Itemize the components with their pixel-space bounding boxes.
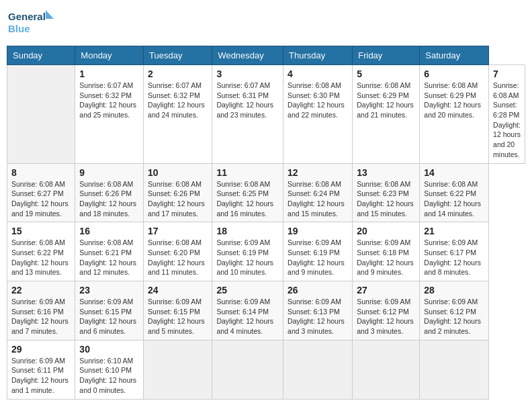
- day-info: Sunrise: 6:09 AMSunset: 6:18 PMDaylight:…: [357, 238, 414, 276]
- calendar-cell: 29 Sunrise: 6:09 AMSunset: 6:11 PMDaylig…: [7, 340, 75, 399]
- day-info: Sunrise: 6:09 AMSunset: 6:19 PMDaylight:…: [216, 238, 273, 276]
- calendar-table: SundayMondayTuesdayWednesdayThursdayFrid…: [7, 46, 525, 400]
- calendar-cell: 28 Sunrise: 6:09 AMSunset: 6:12 PMDaylig…: [420, 281, 489, 340]
- calendar-week-row: 8 Sunrise: 6:08 AMSunset: 6:27 PMDayligh…: [7, 163, 525, 222]
- day-info: Sunrise: 6:08 AMSunset: 6:21 PMDaylight:…: [79, 238, 136, 276]
- calendar-cell: 24 Sunrise: 6:09 AMSunset: 6:15 PMDaylig…: [144, 281, 212, 340]
- day-info: Sunrise: 6:08 AMSunset: 6:23 PMDaylight:…: [357, 180, 414, 218]
- calendar-week-row: 1 Sunrise: 6:07 AMSunset: 6:32 PMDayligh…: [7, 65, 525, 164]
- day-number: 22: [11, 285, 71, 295]
- day-number: 11: [216, 167, 279, 178]
- day-number: 27: [357, 285, 415, 295]
- day-number: 29: [11, 344, 71, 355]
- day-info: Sunrise: 6:08 AMSunset: 6:22 PMDaylight:…: [11, 238, 69, 276]
- day-number: 13: [357, 167, 415, 178]
- calendar-cell: 3 Sunrise: 6:07 AMSunset: 6:31 PMDayligh…: [212, 65, 283, 164]
- day-info: Sunrise: 6:10 AMSunset: 6:10 PMDaylight:…: [79, 357, 136, 394]
- weekday-header-wednesday: Wednesday: [212, 46, 283, 65]
- day-number: 16: [79, 226, 139, 236]
- day-number: 28: [424, 285, 484, 295]
- calendar-cell: 15 Sunrise: 6:08 AMSunset: 6:22 PMDaylig…: [7, 222, 75, 281]
- day-info: Sunrise: 6:08 AMSunset: 6:20 PMDaylight:…: [148, 238, 205, 276]
- calendar-cell: [420, 340, 489, 399]
- day-info: Sunrise: 6:07 AMSunset: 6:31 PMDaylight:…: [216, 81, 273, 119]
- weekday-header-friday: Friday: [353, 46, 420, 65]
- day-info: Sunrise: 6:07 AMSunset: 6:32 PMDaylight:…: [148, 81, 205, 119]
- day-info: Sunrise: 6:09 AMSunset: 6:16 PMDaylight:…: [11, 298, 69, 335]
- calendar-cell: 7 Sunrise: 6:08 AMSunset: 6:28 PMDayligh…: [489, 65, 525, 164]
- day-number: 1: [79, 68, 139, 79]
- calendar-cell: 30 Sunrise: 6:10 AMSunset: 6:10 PMDaylig…: [75, 340, 144, 399]
- calendar-cell: [144, 340, 212, 399]
- calendar-cell: 2 Sunrise: 6:07 AMSunset: 6:32 PMDayligh…: [144, 65, 212, 164]
- day-info: Sunrise: 6:08 AMSunset: 6:28 PMDaylight:…: [493, 81, 521, 158]
- day-info: Sunrise: 6:09 AMSunset: 6:12 PMDaylight:…: [357, 298, 414, 335]
- day-number: 26: [287, 285, 348, 295]
- calendar-cell: 1 Sunrise: 6:07 AMSunset: 6:32 PMDayligh…: [75, 65, 144, 164]
- calendar-cell: 9 Sunrise: 6:08 AMSunset: 6:26 PMDayligh…: [75, 163, 144, 222]
- day-info: Sunrise: 6:09 AMSunset: 6:11 PMDaylight:…: [11, 357, 69, 394]
- svg-marker-2: [46, 10, 54, 19]
- day-number: 2: [148, 68, 208, 79]
- svg-text:General: General: [8, 11, 46, 22]
- day-info: Sunrise: 6:08 AMSunset: 6:30 PMDaylight:…: [287, 81, 345, 119]
- day-info: Sunrise: 6:07 AMSunset: 6:32 PMDaylight:…: [79, 81, 136, 119]
- day-info: Sunrise: 6:08 AMSunset: 6:29 PMDaylight:…: [424, 81, 481, 119]
- calendar-header-row: SundayMondayTuesdayWednesdayThursdayFrid…: [7, 46, 525, 65]
- day-number: 23: [79, 285, 139, 295]
- weekday-header-sunday: Sunday: [7, 46, 75, 65]
- calendar-week-row: 29 Sunrise: 6:09 AMSunset: 6:11 PMDaylig…: [7, 340, 525, 399]
- day-info: Sunrise: 6:09 AMSunset: 6:13 PMDaylight:…: [287, 298, 345, 335]
- day-number: 9: [79, 167, 139, 178]
- day-info: Sunrise: 6:08 AMSunset: 6:26 PMDaylight:…: [79, 180, 136, 218]
- day-info: Sunrise: 6:09 AMSunset: 6:15 PMDaylight:…: [148, 298, 205, 335]
- day-number: 10: [148, 167, 208, 178]
- day-number: 19: [287, 226, 348, 236]
- calendar-cell: 4 Sunrise: 6:08 AMSunset: 6:30 PMDayligh…: [283, 65, 353, 164]
- weekday-header-monday: Monday: [75, 46, 144, 65]
- calendar-cell: 19 Sunrise: 6:09 AMSunset: 6:19 PMDaylig…: [283, 222, 353, 281]
- day-info: Sunrise: 6:08 AMSunset: 6:25 PMDaylight:…: [216, 180, 273, 218]
- calendar-cell: 16 Sunrise: 6:08 AMSunset: 6:21 PMDaylig…: [75, 222, 144, 281]
- day-number: 12: [287, 167, 348, 178]
- day-number: 15: [11, 226, 71, 236]
- day-number: 3: [216, 68, 279, 79]
- day-info: Sunrise: 6:09 AMSunset: 6:17 PMDaylight:…: [424, 238, 481, 276]
- calendar-cell: 6 Sunrise: 6:08 AMSunset: 6:29 PMDayligh…: [420, 65, 489, 164]
- calendar-cell: 17 Sunrise: 6:08 AMSunset: 6:20 PMDaylig…: [144, 222, 212, 281]
- weekday-header-tuesday: Tuesday: [144, 46, 212, 65]
- day-number: 7: [493, 68, 521, 79]
- day-number: 14: [424, 167, 484, 178]
- calendar-week-row: 22 Sunrise: 6:09 AMSunset: 6:16 PMDaylig…: [7, 281, 525, 340]
- calendar-week-row: 15 Sunrise: 6:08 AMSunset: 6:22 PMDaylig…: [7, 222, 525, 281]
- calendar-cell: 26 Sunrise: 6:09 AMSunset: 6:13 PMDaylig…: [283, 281, 353, 340]
- calendar-cell: 21 Sunrise: 6:09 AMSunset: 6:17 PMDaylig…: [420, 222, 489, 281]
- calendar-cell: [7, 65, 75, 164]
- day-number: 8: [11, 167, 71, 178]
- calendar-cell: 12 Sunrise: 6:08 AMSunset: 6:24 PMDaylig…: [283, 163, 353, 222]
- day-number: 20: [357, 226, 415, 236]
- day-number: 6: [424, 68, 484, 79]
- day-number: 21: [424, 226, 484, 236]
- day-info: Sunrise: 6:08 AMSunset: 6:24 PMDaylight:…: [287, 180, 345, 218]
- day-number: 25: [216, 285, 279, 295]
- day-info: Sunrise: 6:08 AMSunset: 6:22 PMDaylight:…: [424, 180, 481, 218]
- day-number: 18: [216, 226, 279, 236]
- weekday-header-saturday: Saturday: [420, 46, 489, 65]
- calendar-cell: 5 Sunrise: 6:08 AMSunset: 6:29 PMDayligh…: [353, 65, 420, 164]
- logo: General Blue: [7, 7, 54, 40]
- calendar-cell: 23 Sunrise: 6:09 AMSunset: 6:15 PMDaylig…: [75, 281, 144, 340]
- calendar-cell: 18 Sunrise: 6:09 AMSunset: 6:19 PMDaylig…: [212, 222, 283, 281]
- day-info: Sunrise: 6:08 AMSunset: 6:26 PMDaylight:…: [148, 180, 205, 218]
- day-number: 5: [357, 68, 415, 79]
- calendar-cell: 11 Sunrise: 6:08 AMSunset: 6:25 PMDaylig…: [212, 163, 283, 222]
- day-number: 17: [148, 226, 208, 236]
- day-number: 4: [287, 68, 348, 79]
- calendar-cell: 8 Sunrise: 6:08 AMSunset: 6:27 PMDayligh…: [7, 163, 75, 222]
- day-number: 24: [148, 285, 208, 295]
- calendar-cell: 10 Sunrise: 6:08 AMSunset: 6:26 PMDaylig…: [144, 163, 212, 222]
- day-info: Sunrise: 6:09 AMSunset: 6:15 PMDaylight:…: [79, 298, 136, 335]
- page-header: General Blue: [7, 7, 525, 40]
- weekday-header-thursday: Thursday: [283, 46, 353, 65]
- svg-text:Blue: Blue: [8, 23, 30, 34]
